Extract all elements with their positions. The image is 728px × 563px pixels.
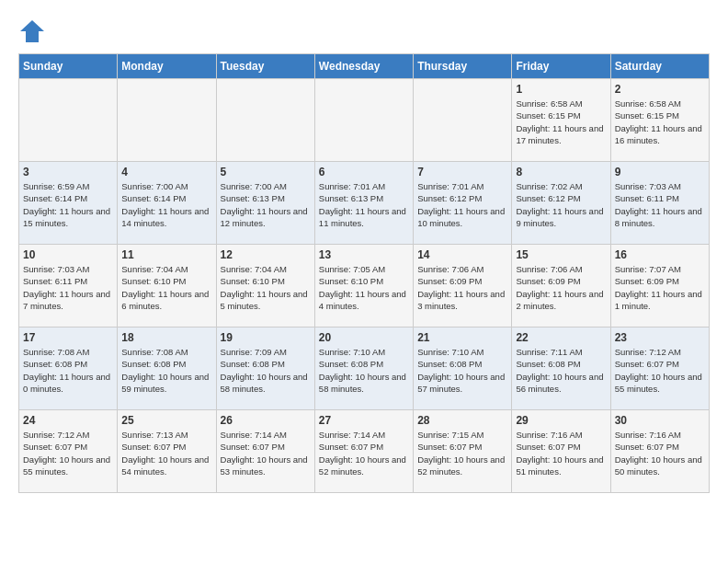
day-info: Sunrise: 7:10 AM Sunset: 6:08 PM Dayligh…: [417, 346, 507, 395]
day-info: Sunrise: 7:01 AM Sunset: 6:12 PM Dayligh…: [417, 180, 507, 229]
day-number: 25: [121, 414, 211, 427]
header-saturday: Saturday: [610, 54, 709, 79]
day-number: 3: [23, 166, 113, 178]
day-number: 5: [221, 166, 311, 178]
logo: [18, 18, 50, 44]
day-number: 13: [319, 248, 409, 261]
calendar-cell: 23Sunrise: 7:12 AM Sunset: 6:07 PM Dayli…: [610, 327, 709, 410]
day-info: Sunrise: 7:07 AM Sunset: 6:09 PM Dayligh…: [615, 263, 705, 312]
calendar-cell: 30Sunrise: 7:16 AM Sunset: 6:07 PM Dayli…: [610, 410, 709, 493]
day-info: Sunrise: 7:14 AM Sunset: 6:07 PM Dayligh…: [319, 429, 409, 477]
day-info: Sunrise: 7:01 AM Sunset: 6:13 PM Dayligh…: [319, 180, 409, 229]
calendar-cell: [216, 79, 314, 162]
day-number: 17: [23, 331, 113, 344]
day-number: 28: [417, 414, 507, 427]
calendar-cell: 2Sunrise: 6:58 AM Sunset: 6:15 PM Daylig…: [610, 79, 709, 162]
day-number: 19: [221, 331, 311, 344]
calendar-cell: 16Sunrise: 7:07 AM Sunset: 6:09 PM Dayli…: [610, 245, 709, 327]
day-number: 9: [615, 166, 705, 178]
weekday-header-row: SundayMondayTuesdayWednesdayThursdayFrid…: [19, 54, 710, 79]
day-number: 23: [615, 331, 705, 344]
day-info: Sunrise: 7:09 AM Sunset: 6:08 PM Dayligh…: [221, 346, 311, 395]
week-row-1: 1Sunrise: 6:58 AM Sunset: 6:15 PM Daylig…: [19, 79, 710, 162]
calendar-table: SundayMondayTuesdayWednesdayThursdayFrid…: [18, 53, 710, 493]
day-number: 30: [615, 414, 705, 427]
calendar-cell: [414, 79, 512, 162]
calendar-cell: 3Sunrise: 6:59 AM Sunset: 6:14 PM Daylig…: [19, 162, 118, 245]
day-info: Sunrise: 6:58 AM Sunset: 6:15 PM Dayligh…: [615, 98, 705, 146]
calendar-cell: 1Sunrise: 6:58 AM Sunset: 6:15 PM Daylig…: [512, 79, 610, 162]
calendar-cell: 10Sunrise: 7:03 AM Sunset: 6:11 PM Dayli…: [19, 245, 118, 327]
calendar-cell: 6Sunrise: 7:01 AM Sunset: 6:13 PM Daylig…: [314, 162, 413, 245]
calendar-cell: 12Sunrise: 7:04 AM Sunset: 6:10 PM Dayli…: [216, 245, 314, 327]
calendar-cell: 8Sunrise: 7:02 AM Sunset: 6:12 PM Daylig…: [512, 162, 610, 245]
calendar-cell: [314, 79, 413, 162]
day-number: 16: [615, 248, 705, 261]
day-number: 14: [417, 248, 507, 261]
day-info: Sunrise: 7:06 AM Sunset: 6:09 PM Dayligh…: [516, 263, 606, 312]
day-number: 8: [516, 166, 606, 178]
day-number: 10: [23, 248, 113, 261]
calendar-cell: 29Sunrise: 7:16 AM Sunset: 6:07 PM Dayli…: [512, 410, 610, 493]
calendar-cell: 20Sunrise: 7:10 AM Sunset: 6:08 PM Dayli…: [314, 327, 413, 410]
logo-icon: [18, 18, 46, 44]
calendar-cell: [19, 79, 118, 162]
calendar-cell: 24Sunrise: 7:12 AM Sunset: 6:07 PM Dayli…: [19, 410, 118, 493]
day-number: 1: [516, 83, 606, 96]
day-number: 21: [417, 331, 507, 344]
calendar-cell: 14Sunrise: 7:06 AM Sunset: 6:09 PM Dayli…: [414, 245, 512, 327]
calendar-cell: 5Sunrise: 7:00 AM Sunset: 6:13 PM Daylig…: [216, 162, 314, 245]
day-info: Sunrise: 7:12 AM Sunset: 6:07 PM Dayligh…: [615, 346, 705, 395]
day-number: 27: [319, 414, 409, 427]
day-info: Sunrise: 7:13 AM Sunset: 6:07 PM Dayligh…: [121, 429, 211, 477]
calendar-cell: 11Sunrise: 7:04 AM Sunset: 6:10 PM Dayli…: [118, 245, 216, 327]
week-row-3: 10Sunrise: 7:03 AM Sunset: 6:11 PM Dayli…: [19, 245, 710, 327]
day-info: Sunrise: 7:12 AM Sunset: 6:07 PM Dayligh…: [23, 429, 113, 477]
calendar-cell: 18Sunrise: 7:08 AM Sunset: 6:08 PM Dayli…: [118, 327, 216, 410]
calendar-cell: 15Sunrise: 7:06 AM Sunset: 6:09 PM Dayli…: [512, 245, 610, 327]
week-row-4: 17Sunrise: 7:08 AM Sunset: 6:08 PM Dayli…: [19, 327, 710, 410]
day-info: Sunrise: 7:04 AM Sunset: 6:10 PM Dayligh…: [221, 263, 311, 312]
day-number: 22: [516, 331, 606, 344]
day-info: Sunrise: 7:00 AM Sunset: 6:13 PM Dayligh…: [221, 180, 311, 229]
calendar-cell: 22Sunrise: 7:11 AM Sunset: 6:08 PM Dayli…: [512, 327, 610, 410]
day-info: Sunrise: 7:05 AM Sunset: 6:10 PM Dayligh…: [319, 263, 409, 312]
day-number: 11: [121, 248, 211, 261]
day-number: 7: [417, 166, 507, 178]
day-info: Sunrise: 6:58 AM Sunset: 6:15 PM Dayligh…: [516, 98, 606, 146]
day-number: 6: [319, 166, 409, 178]
calendar-cell: 19Sunrise: 7:09 AM Sunset: 6:08 PM Dayli…: [216, 327, 314, 410]
header-tuesday: Tuesday: [216, 54, 314, 79]
day-info: Sunrise: 7:08 AM Sunset: 6:08 PM Dayligh…: [23, 346, 113, 395]
calendar-cell: 21Sunrise: 7:10 AM Sunset: 6:08 PM Dayli…: [414, 327, 512, 410]
day-number: 2: [615, 83, 705, 96]
calendar-cell: 25Sunrise: 7:13 AM Sunset: 6:07 PM Dayli…: [118, 410, 216, 493]
day-number: 4: [121, 166, 211, 178]
day-info: Sunrise: 7:16 AM Sunset: 6:07 PM Dayligh…: [615, 429, 705, 477]
day-info: Sunrise: 7:00 AM Sunset: 6:14 PM Dayligh…: [121, 180, 211, 229]
day-number: 24: [23, 414, 113, 427]
day-number: 15: [516, 248, 606, 261]
day-info: Sunrise: 7:06 AM Sunset: 6:09 PM Dayligh…: [417, 263, 507, 312]
day-info: Sunrise: 7:04 AM Sunset: 6:10 PM Dayligh…: [121, 263, 211, 312]
day-number: 26: [221, 414, 311, 427]
header-wednesday: Wednesday: [314, 54, 413, 79]
header-sunday: Sunday: [19, 54, 118, 79]
calendar-cell: 13Sunrise: 7:05 AM Sunset: 6:10 PM Dayli…: [314, 245, 413, 327]
day-info: Sunrise: 6:59 AM Sunset: 6:14 PM Dayligh…: [23, 180, 113, 229]
calendar-cell: 17Sunrise: 7:08 AM Sunset: 6:08 PM Dayli…: [19, 327, 118, 410]
day-info: Sunrise: 7:11 AM Sunset: 6:08 PM Dayligh…: [516, 346, 606, 395]
calendar-cell: 9Sunrise: 7:03 AM Sunset: 6:11 PM Daylig…: [610, 162, 709, 245]
page-header: [18, 18, 710, 44]
day-info: Sunrise: 7:10 AM Sunset: 6:08 PM Dayligh…: [319, 346, 409, 395]
day-number: 20: [319, 331, 409, 344]
svg-marker-0: [20, 20, 44, 42]
day-number: 12: [221, 248, 311, 261]
day-number: 18: [121, 331, 211, 344]
day-info: Sunrise: 7:03 AM Sunset: 6:11 PM Dayligh…: [23, 263, 113, 312]
day-info: Sunrise: 7:03 AM Sunset: 6:11 PM Dayligh…: [615, 180, 705, 229]
header-friday: Friday: [512, 54, 610, 79]
day-info: Sunrise: 7:16 AM Sunset: 6:07 PM Dayligh…: [516, 429, 606, 477]
week-row-2: 3Sunrise: 6:59 AM Sunset: 6:14 PM Daylig…: [19, 162, 710, 245]
day-info: Sunrise: 7:02 AM Sunset: 6:12 PM Dayligh…: [516, 180, 606, 229]
